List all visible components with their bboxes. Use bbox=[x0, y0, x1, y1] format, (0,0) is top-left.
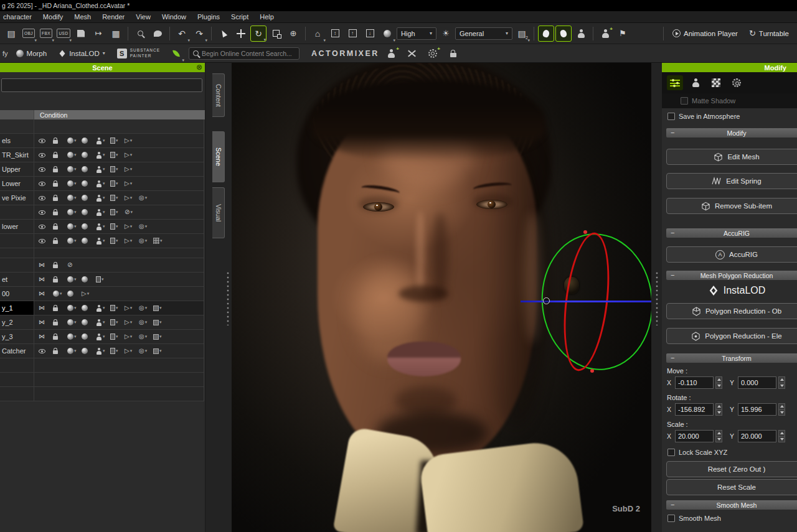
save-icon[interactable] bbox=[73, 26, 89, 42]
lock-icon[interactable] bbox=[53, 305, 67, 311]
scene-row[interactable]: lower▾▾▾▷▾◎▾ bbox=[0, 220, 204, 234]
circ-icon[interactable]: ◎▾ bbox=[139, 305, 153, 311]
scene-row[interactable]: y_1⋈▾▾▾▷▾◎▾▾ bbox=[0, 301, 204, 315]
search-input[interactable] bbox=[202, 50, 295, 57]
scale-x-input[interactable] bbox=[675, 430, 714, 442]
scene-row[interactable]: ▾▾▾▷▾◎▾▾ bbox=[0, 234, 204, 248]
lock-icon[interactable] bbox=[53, 262, 67, 268]
undo-icon[interactable]: ↶▾ bbox=[174, 26, 190, 42]
tab-scene[interactable]: Scene bbox=[212, 131, 225, 182]
sphere-icon[interactable]: ▾ bbox=[67, 334, 81, 340]
scene-row[interactable]: els▾▾▾▷▾ bbox=[0, 134, 204, 148]
scene-row[interactable]: y_3⋈▾▾▾▷▾◎▾▾ bbox=[0, 330, 204, 344]
export-obj-icon[interactable]: OBJ▾ bbox=[21, 26, 37, 42]
eye-icon[interactable] bbox=[39, 182, 52, 186]
scale-x-spinner[interactable] bbox=[715, 430, 722, 442]
material-tab-icon[interactable] bbox=[708, 75, 724, 90]
rotate-y-input[interactable] bbox=[738, 403, 776, 416]
quality-dropdown[interactable]: High▾ bbox=[397, 27, 436, 40]
sphere-icon[interactable] bbox=[82, 138, 95, 144]
animation-player-button[interactable]: Animation Player bbox=[667, 29, 743, 37]
circ-icon[interactable]: ◎▾ bbox=[139, 348, 153, 354]
scene-row[interactable]: Lower▾▾▾▷▾ bbox=[0, 177, 204, 191]
sphere-icon[interactable]: ▾ bbox=[53, 291, 67, 297]
page-icon[interactable]: ▾ bbox=[110, 209, 124, 215]
circ-icon[interactable]: ◎▾ bbox=[139, 334, 153, 340]
circ-icon[interactable]: ◎▾ bbox=[139, 223, 153, 230]
scene-row[interactable]: et⋈▾▾ bbox=[0, 273, 204, 287]
save-in-atmosphere-checkbox[interactable] bbox=[667, 113, 675, 120]
sq-icon[interactable]: ▾ bbox=[153, 306, 167, 311]
lock-icon[interactable] bbox=[53, 348, 67, 354]
person-icon[interactable]: ▾ bbox=[96, 223, 110, 230]
polygon-reduction-object-button[interactable]: Polygon Reduction - Ob bbox=[666, 303, 797, 319]
tab-content[interactable]: Content bbox=[212, 73, 225, 117]
reset-zero-out-button[interactable]: Reset ( Zero Out ) bbox=[666, 461, 797, 477]
menu-view[interactable]: View bbox=[130, 13, 156, 21]
arrow-icon[interactable]: ▷▾ bbox=[125, 319, 138, 325]
sphere-icon[interactable] bbox=[82, 334, 95, 340]
page-icon[interactable]: ▾ bbox=[110, 195, 124, 201]
edit-spring-button[interactable]: Edit Spring bbox=[666, 173, 797, 189]
export-fbx-icon[interactable]: FBX▾ bbox=[38, 26, 54, 42]
redo-icon[interactable]: ↷▾ bbox=[191, 26, 207, 42]
arrow-icon[interactable]: ▷▾ bbox=[125, 195, 138, 201]
scene-row[interactable] bbox=[0, 248, 204, 258]
sphere-icon[interactable]: ▾ bbox=[67, 195, 81, 201]
sq-icon[interactable]: ▾ bbox=[153, 320, 167, 325]
page-icon[interactable]: ▾ bbox=[110, 305, 124, 311]
scene-row[interactable]: ▾▾▾⊘▾ bbox=[0, 205, 204, 220]
circ-icon[interactable]: ◎▾ bbox=[139, 319, 153, 325]
sphere-icon[interactable] bbox=[82, 223, 95, 230]
sphere-icon[interactable] bbox=[67, 291, 81, 297]
arrow-icon[interactable]: ▷▾ bbox=[125, 138, 138, 144]
gear-plus-icon[interactable]: + bbox=[425, 45, 441, 62]
page-icon[interactable]: ▾ bbox=[110, 166, 124, 172]
grid-icon[interactable]: ▾ bbox=[153, 238, 167, 244]
sphere-icon[interactable]: ▾ bbox=[67, 319, 81, 325]
circ-icon[interactable]: ◎▾ bbox=[139, 238, 153, 244]
eye-icon[interactable] bbox=[39, 349, 52, 353]
page-icon[interactable]: ▾ bbox=[96, 276, 110, 282]
sphere-icon[interactable] bbox=[82, 238, 95, 244]
bone-icon[interactable]: ⋈ bbox=[39, 291, 52, 297]
scene-row[interactable] bbox=[0, 373, 204, 387]
sphere-icon[interactable] bbox=[82, 276, 95, 282]
panel-splitter[interactable] bbox=[227, 272, 229, 325]
sphere-icon[interactable]: ▾ bbox=[67, 180, 81, 187]
lock-icon[interactable] bbox=[53, 195, 67, 201]
eye-icon[interactable] bbox=[39, 210, 52, 215]
content-search[interactable] bbox=[189, 47, 299, 60]
substance-painter-button[interactable]: S SUBSTANCEPAINTER bbox=[113, 48, 164, 58]
polygon-reduction-element-button[interactable]: Polygon Reduction - Ele bbox=[666, 328, 797, 344]
lock-icon[interactable] bbox=[53, 180, 67, 187]
arrow-icon[interactable]: ▷▾ bbox=[125, 305, 138, 311]
panel-splitter[interactable] bbox=[656, 272, 658, 325]
lock-toggle-icon[interactable] bbox=[445, 45, 461, 62]
matte-shadow-checkbox[interactable] bbox=[681, 97, 688, 105]
sphere-icon[interactable]: ▾ bbox=[67, 138, 81, 144]
collapse-icon[interactable]: − bbox=[671, 353, 674, 363]
section-transform[interactable]: −Transform bbox=[666, 353, 797, 363]
sphere-icon[interactable]: ▾ bbox=[67, 223, 81, 230]
lock-icon[interactable] bbox=[53, 334, 67, 340]
person-icon[interactable]: ▾ bbox=[96, 152, 110, 159]
sphere-icon[interactable] bbox=[82, 209, 95, 215]
move-y-input[interactable] bbox=[738, 376, 776, 389]
arrow-icon[interactable]: ▷▾ bbox=[125, 166, 138, 172]
add-person-icon[interactable]: + bbox=[384, 45, 400, 62]
page-icon[interactable]: ▾ bbox=[110, 152, 124, 158]
move-x-spinner[interactable] bbox=[715, 376, 722, 389]
lock-icon[interactable] bbox=[53, 319, 67, 325]
page-icon[interactable]: ▾ bbox=[110, 138, 124, 144]
lock-icon[interactable] bbox=[53, 166, 67, 172]
slash-icon[interactable]: ⊘ bbox=[67, 262, 81, 268]
settings-gear-icon[interactable] bbox=[729, 75, 745, 90]
sphere-icon[interactable] bbox=[82, 348, 95, 354]
export-arrow-icon[interactable]: ↦ bbox=[90, 26, 106, 42]
person-icon[interactable]: ▾ bbox=[96, 195, 110, 202]
plant-icon[interactable]: ▾ bbox=[168, 45, 184, 62]
arrow-icon[interactable]: ▷▾ bbox=[125, 334, 138, 340]
remove-subitem-button[interactable]: Remove S​ub-item bbox=[666, 198, 797, 214]
tab-visual[interactable]: Visual bbox=[212, 187, 225, 238]
